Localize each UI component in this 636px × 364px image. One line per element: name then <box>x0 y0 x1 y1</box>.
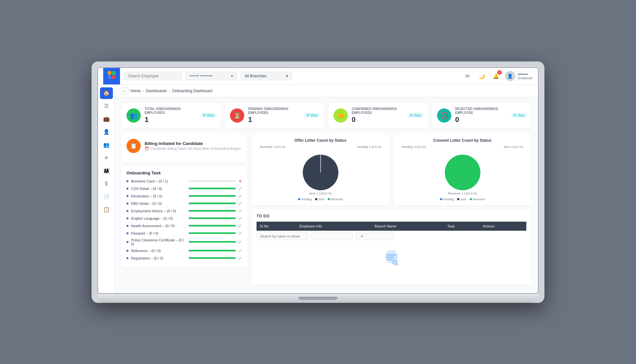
task-item: Biometric Card – (0 / 1)✕ <box>126 179 242 184</box>
sidebar-item-plane[interactable]: ✈ <box>100 152 113 164</box>
col-sr-no: Sr.No <box>257 222 296 231</box>
content-area: ← Home › Dashboards › Onboarding Dashboa… <box>115 85 538 293</box>
sidebar-item-list[interactable]: ☰ <box>100 100 113 112</box>
consent-legend-received: Received <box>473 198 485 201</box>
top-nav: ••••••• ••••••••• ▾ All Branches ▾ ✉ 🌙 🔔… <box>98 68 538 85</box>
offer-legend-sent: Sent <box>318 198 324 201</box>
consent-letter-chart: Consent Letter Count by Status Pending: … <box>393 134 532 205</box>
rejected-view-button[interactable]: 👁 View <box>511 113 526 118</box>
task-item: Passport – (0 / 0)✓ <box>126 231 242 236</box>
offer-pending-label: Pending: 0 (0.0 %) <box>357 145 381 149</box>
sidebar-item-briefcase[interactable]: 💼 <box>100 113 113 125</box>
sidebar-item-team[interactable]: 👨‍👩‍👧 <box>100 165 113 177</box>
task-dot <box>126 180 128 182</box>
svg-point-6 <box>445 155 480 190</box>
col-branch-name: Branch Name <box>371 222 444 231</box>
consent-received-label: Received: 1 (100.0 %) <box>448 192 477 195</box>
task-item: COS Detail – (0 / 0)✓ <box>126 186 242 191</box>
breadcrumb-dashboards[interactable]: Dashboards <box>146 89 167 93</box>
task-dot <box>126 232 128 234</box>
todo-search-input[interactable] <box>257 233 308 240</box>
sidebar-item-user[interactable]: 👤 <box>100 126 113 138</box>
todo-branch-filter[interactable] <box>311 233 353 240</box>
task-status-icon: ✓ <box>238 208 242 214</box>
task-name: Health Assessment – (0 / 0) <box>131 224 186 228</box>
sidebar-item-report[interactable]: 📋 <box>100 204 113 215</box>
search-input[interactable] <box>124 72 182 80</box>
notification-badge: 3 <box>497 70 502 75</box>
rejected-icon: 🚫 <box>437 108 451 123</box>
sidebar-item-home[interactable]: 🏠 <box>100 87 113 99</box>
offer-pie-chart <box>298 150 343 195</box>
sidebar-item-doc[interactable]: 📄 <box>100 191 113 203</box>
confirmed-view-button[interactable]: 👁 View <box>408 113 423 118</box>
consent-legend-sent: Sent <box>460 198 466 201</box>
billing-card: 📋 Billing Initiated for Candidate ⏰ Cand… <box>121 134 247 162</box>
confirmed-icon: 🤝 <box>334 108 348 123</box>
task-name: Passport – (0 / 0) <box>131 231 186 235</box>
department-dropdown[interactable]: ••••••• ••••••••• ▾ <box>185 72 237 80</box>
task-name: Police Clearance Certificate – (0 / 0) <box>131 238 186 246</box>
task-status-icon: ✓ <box>238 193 242 199</box>
todo-filters: ▾ <box>257 231 526 242</box>
billing-icon: 📋 <box>126 139 141 153</box>
svg-rect-1 <box>112 71 115 75</box>
task-item: Health Assessment – (0 / 0)✓ <box>126 223 242 228</box>
task-item: DBS Detail – (0 / 0)✓ <box>126 201 242 206</box>
right-panel: Offer Letter Count by Status Received: 0… <box>251 134 532 285</box>
todo-task-dropdown[interactable]: ▾ <box>356 233 394 240</box>
task-status-icon: ✓ <box>238 256 242 261</box>
task-dot <box>126 225 128 227</box>
task-item: Registration – (0 / 0)✓ <box>126 256 242 261</box>
task-dot <box>126 241 128 243</box>
total-view-button[interactable]: 👁 View <box>201 113 216 118</box>
empty-icon <box>382 248 401 271</box>
charts-row: Offer Letter Count by Status Received: 0… <box>251 134 532 205</box>
total-label: TOTAL ONBOARDINGS EMPLOYEES <box>145 107 197 115</box>
back-button[interactable]: ← <box>121 87 128 94</box>
task-status-icon: ✓ <box>238 216 242 221</box>
col-task: Task <box>444 222 480 231</box>
col-employee-info: Employee Info <box>296 222 371 231</box>
stat-card-confirmed: 🤝 CONFIRMED ONBOARDINGS EMPLOYEES 0 👁 Vi… <box>328 103 428 128</box>
user-profile-button[interactable]: 👤 •••••••• Employer <box>505 71 533 81</box>
task-name: Declaration – (0 / 0) <box>131 194 186 198</box>
task-dot <box>126 203 128 204</box>
sidebar-item-dollar[interactable]: $ <box>100 178 113 190</box>
billing-title: Billing Initiated for Candidate <box>145 141 241 146</box>
pending-view-button[interactable]: 👁 View <box>304 113 319 118</box>
chevron-down-icon: ▾ <box>361 234 363 238</box>
mail-icon-button[interactable]: ✉ <box>462 71 473 81</box>
task-status-icon: ✕ <box>238 179 242 184</box>
stat-card-rejected: 🚫 REJECTED ONBOARDINGS EMPLOYEE 0 👁 View <box>432 103 532 128</box>
offer-legend-received: Received <box>331 198 343 201</box>
stat-card-pending: ⏳ PENDING ONBOARDINGS EMPLOYEES 1 👁 View <box>225 103 324 128</box>
task-item: English Language – (0 / 0)✓ <box>126 216 242 221</box>
notification-bell-button[interactable]: 🔔 3 <box>491 71 501 81</box>
left-panel: 📋 Billing Initiated for Candidate ⏰ Cand… <box>121 134 247 285</box>
total-value: 1 <box>145 116 197 124</box>
task-name: Biometric Card – (0 / 1) <box>131 179 186 183</box>
breadcrumb-home[interactable]: Home <box>130 89 141 93</box>
theme-toggle-button[interactable]: 🌙 <box>477 71 487 81</box>
user-name: •••••••• <box>518 72 533 76</box>
task-status-icon: ✓ <box>238 239 242 245</box>
task-name: COS Detail – (0 / 0) <box>131 187 186 191</box>
breadcrumb-current: Onboarding Dashboard <box>172 89 213 93</box>
task-name: Employment History – (0 / 0) <box>131 209 186 213</box>
content-grid: 📋 Billing Initiated for Candidate ⏰ Cand… <box>121 134 532 285</box>
task-dot <box>126 257 128 259</box>
svg-rect-8 <box>387 254 396 256</box>
svg-rect-10 <box>387 259 392 260</box>
offer-received-label: Received: 0 (0.0 %) <box>260 145 285 149</box>
task-title: Onboarding Task <box>126 171 242 175</box>
task-dot <box>126 217 128 219</box>
task-status-icon: ✓ <box>238 248 242 253</box>
branch-dropdown[interactable]: All Branches ▾ <box>240 72 292 80</box>
svg-line-13 <box>396 264 398 265</box>
task-dot <box>126 210 128 212</box>
sidebar-item-users[interactable]: 👥 <box>100 139 113 151</box>
consent-pending-label: Pending: 0 (0.0 %) <box>402 145 426 149</box>
task-status-icon: ✓ <box>238 201 242 206</box>
todo-title: TO DO <box>257 214 526 218</box>
